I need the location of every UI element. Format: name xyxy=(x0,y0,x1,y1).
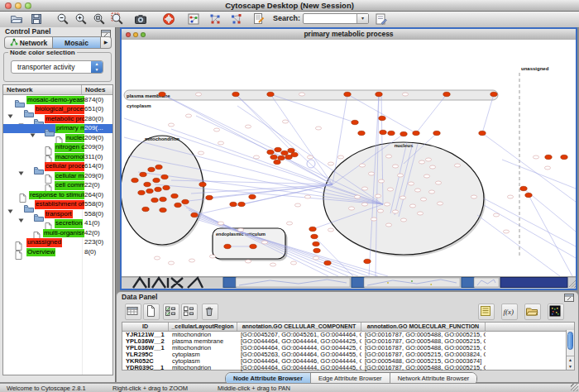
layout-a-icon xyxy=(208,12,222,26)
column-header[interactable]: ID xyxy=(122,323,169,331)
select-attributes-button[interactable] xyxy=(163,304,179,320)
tree-row[interactable]: nitrogen compo209(0) xyxy=(3,143,112,153)
search-field[interactable]: ▾ xyxy=(303,13,369,24)
unselect-attributes-button[interactable] xyxy=(181,304,198,320)
tree-row-node-count: 280(0) xyxy=(84,115,103,124)
tree-row[interactable]: biological_process651(0) xyxy=(3,105,112,115)
tree-row[interactable]: Overview8(0) xyxy=(3,247,112,257)
node-color-dropdown[interactable]: transporter activity ▲▼ xyxy=(11,60,103,74)
network-view-titlebar[interactable]: primary metabolic process xyxy=(122,29,576,41)
window-title: Cytoscape Desktop (New Session) xyxy=(0,0,579,12)
float-panel-icon[interactable] xyxy=(563,292,575,304)
column-header[interactable]: _cellularLayoutRegion xyxy=(169,323,237,331)
network-view-window: primary metabolic process plasma membran… xyxy=(120,27,577,290)
zoom-fit-button[interactable] xyxy=(93,12,106,26)
zoom-in-button[interactable] xyxy=(74,12,88,26)
tree-row[interactable]: primary metabo209(... xyxy=(3,124,112,134)
tree-row-node-count: 264(0) xyxy=(84,191,103,200)
tree-row[interactable]: cellular process614(0) xyxy=(3,162,112,172)
scrollbar-thumb[interactable] xyxy=(567,332,573,350)
table-cell: YKR052C xyxy=(122,358,169,365)
tree-row-label: establishment of lo xyxy=(35,200,84,209)
zoom-out-button[interactable] xyxy=(56,12,69,26)
data-panel-title: Data Panel xyxy=(122,293,157,301)
tab-mosaic[interactable]: Mosaic xyxy=(52,36,101,49)
help-button[interactable] xyxy=(162,12,175,26)
search-dropdown-button[interactable]: ▾ xyxy=(356,14,368,23)
tree-row[interactable]: macromolecule311(0) xyxy=(3,152,112,162)
view-close-button[interactable] xyxy=(126,32,131,37)
column-header[interactable]: annotation.GO CELLULAR_COMPONENT xyxy=(237,323,361,331)
close-window-button[interactable] xyxy=(5,2,12,9)
table-row[interactable]: YPL036W__1mitochondrion[GO:0044464, GO:0… xyxy=(122,345,574,351)
layout-b-button[interactable] xyxy=(230,12,243,26)
table-row[interactable]: YKR052Ccytoplasm[GO:0044464, GO:0044446,… xyxy=(122,358,574,365)
view-zoom-button[interactable] xyxy=(141,32,146,37)
tab-network[interactable]: Network xyxy=(4,36,52,49)
dropdown-stepper-icon: ▲▼ xyxy=(91,61,103,73)
delete-attribute-button[interactable] xyxy=(202,304,218,320)
tree-column-network[interactable]: Network xyxy=(3,85,82,94)
tab-network-label: Network xyxy=(20,39,48,47)
tree-row-label: transport xyxy=(45,210,73,219)
search-options-button[interactable] xyxy=(374,12,387,26)
tree-row[interactable]: metabolic process280(0) xyxy=(3,114,112,124)
zoom-in-icon xyxy=(74,12,88,26)
network-canvas[interactable]: plasma membranecytoplasmmitochondrionnuc… xyxy=(122,40,576,276)
attribute-list-button[interactable] xyxy=(478,304,495,320)
search-input[interactable] xyxy=(304,14,359,25)
tree-row[interactable]: transport558(0) xyxy=(3,209,112,219)
scrollbar-arrows[interactable]: ▲▼ xyxy=(567,356,574,370)
table-cell: [GO:0016787, GO:0005488, GO:0005215, G..… xyxy=(361,365,486,371)
tree-row[interactable]: response to stimulu264(0) xyxy=(3,190,112,200)
zoom-window-button[interactable] xyxy=(25,2,31,9)
tree-row-node-count: 209(0) xyxy=(84,143,103,152)
tree-column-nodes[interactable]: Nodes xyxy=(82,85,112,94)
tree-row-label: unassigned xyxy=(26,238,62,247)
unselect-attributes-icon xyxy=(182,304,195,318)
save-button[interactable] xyxy=(30,12,43,26)
tree-row[interactable]: multi-organism pro42(0) xyxy=(3,228,112,238)
tree-row-label: response to stimulu xyxy=(29,191,84,200)
column-header[interactable]: annotation.GO MOLECULAR_FUNCTION xyxy=(361,323,486,331)
table-row[interactable]: YDR039C__1mitochondrion[GO:0044464, GO:0… xyxy=(122,365,574,371)
matrix-button[interactable] xyxy=(548,304,564,320)
tree-row[interactable]: establishment of lo558(0) xyxy=(3,200,112,210)
tree-row[interactable]: nucleobase-209(0) xyxy=(3,133,112,143)
chevron-right-icon: ▶ xyxy=(104,40,108,45)
minimize-window-button[interactable] xyxy=(15,2,22,9)
table-cell: mitochondrion xyxy=(169,332,237,338)
tree-row-node-count: 209(0) xyxy=(84,172,103,181)
tree-row-node-count: 8(0) xyxy=(84,248,96,257)
status-welcome: Welcome to Cytoscape 2.8.1 xyxy=(7,385,86,392)
table-cell: mitochondrion xyxy=(169,345,237,351)
tree-row[interactable]: cellular metabo209(0) xyxy=(3,171,112,181)
preferences-button[interactable] xyxy=(187,12,200,26)
open-button[interactable] xyxy=(10,12,23,26)
search-options-icon xyxy=(374,12,387,26)
snapshot-button[interactable] xyxy=(134,12,147,26)
annotation-button[interactable] xyxy=(251,12,265,26)
select-all-button[interactable] xyxy=(125,304,141,320)
tree-row[interactable]: mosaic-demo-yeast874(0) xyxy=(3,95,112,105)
table-row[interactable]: YPL036W__2plasma membrane[GO:0044464, GO… xyxy=(122,338,574,345)
zoom-selected-button[interactable] xyxy=(111,12,124,26)
tree-row[interactable]: cell communicat22(0) xyxy=(3,181,112,191)
select-attributes-icon xyxy=(164,304,177,318)
new-attribute-button[interactable] xyxy=(143,304,160,320)
attribute-table: ID_cellularLayoutRegionannotation.GO CEL… xyxy=(122,322,575,370)
tree-row[interactable]: secretion41(0) xyxy=(3,219,112,229)
tree-row[interactable]: unassigned223(0) xyxy=(3,238,112,248)
table-row[interactable]: YJR121W__1mitochondrion[GO:0045267, GO:0… xyxy=(122,332,574,338)
tree-row-node-count: 223(0) xyxy=(84,238,103,247)
resize-grip[interactable] xyxy=(571,384,578,391)
view-minimize-button[interactable] xyxy=(133,32,138,37)
tab-overflow-button[interactable]: ▶ xyxy=(101,36,112,49)
import-button[interactable] xyxy=(524,304,541,320)
table-row[interactable]: YLR295Ccytoplasm[GO:0045263, GO:0044464,… xyxy=(122,351,574,358)
layout-a-button[interactable] xyxy=(208,12,222,26)
table-cell: [GO:0044464, GO:0044444, GO:0044425, G..… xyxy=(237,345,361,351)
formula-button[interactable]: f(x) xyxy=(501,304,518,320)
table-scrollbar[interactable]: ▲▼ xyxy=(566,330,574,370)
table-cell: [GO:0005488, GO:0005215, GO:0003674] xyxy=(361,358,486,365)
